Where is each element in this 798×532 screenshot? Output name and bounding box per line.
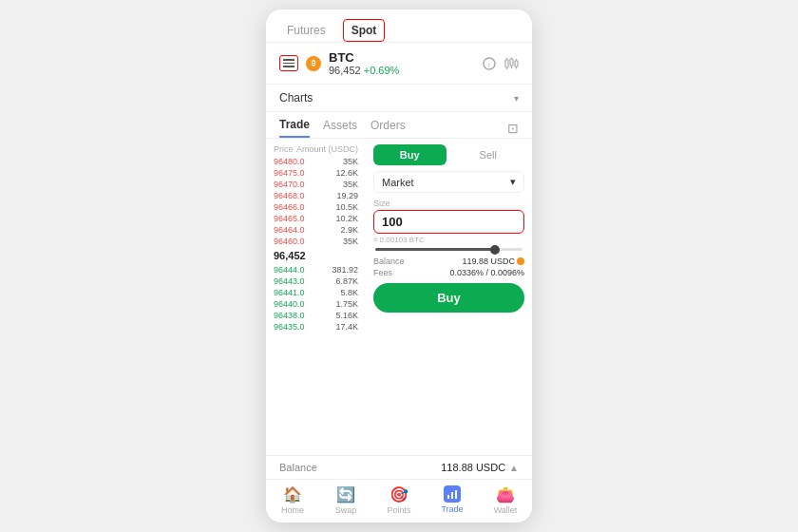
- svg-text:i: i: [488, 60, 490, 68]
- svg-rect-2: [505, 60, 508, 67]
- coin-row: ₿ BTC 96,452 +0.69% i: [266, 43, 532, 85]
- svg-rect-11: [447, 495, 449, 499]
- slider-fill: [375, 248, 493, 251]
- svg-rect-5: [510, 59, 513, 66]
- size-input[interactable]: [382, 215, 532, 229]
- coin-symbol: BTC: [329, 50, 354, 65]
- order-book: Price Amount (USDC) 96480.0 35K 96475.0 …: [266, 139, 366, 455]
- ob-buy-row: 96435.0 17.4K: [266, 321, 366, 332]
- usdc-icon: [517, 257, 524, 265]
- fees-value: 0.0336% / 0.0096%: [449, 268, 524, 277]
- tab-orders[interactable]: Orders: [370, 119, 406, 137]
- market-type-label: Market: [382, 177, 414, 188]
- nav-trade[interactable]: Trade: [426, 485, 479, 515]
- market-type-dropdown[interactable]: Market ▾: [373, 171, 524, 193]
- ob-sell-row: 96466.0 10.5K: [266, 201, 366, 213]
- balance-bar-label: Balance: [279, 462, 317, 473]
- nav-home[interactable]: 🏠 Home: [266, 485, 319, 515]
- price-col-header: Price: [274, 144, 294, 154]
- size-label: Size: [373, 199, 524, 208]
- ob-sell-row: 96464.0 2.9K: [266, 224, 366, 236]
- home-icon: 🏠: [283, 485, 302, 504]
- ob-header: Price Amount (USDC): [266, 142, 366, 156]
- slider-row[interactable]: [373, 248, 524, 251]
- trade-icon: [444, 485, 461, 503]
- balance-bar-value[interactable]: 118.88 USDC ▲: [441, 462, 519, 473]
- slider-track: [375, 248, 522, 251]
- svg-rect-13: [455, 490, 457, 499]
- ob-buy-row: 96443.0 6.87K: [266, 276, 366, 287]
- svg-rect-12: [451, 492, 453, 499]
- amount-col-header: Amount (USDC): [296, 144, 358, 154]
- ob-mid-price: 96,452: [274, 250, 306, 261]
- ob-buy-row: 96440.0 1.75K: [266, 298, 366, 310]
- btc-icon: ₿: [306, 56, 321, 71]
- sell-toggle-button[interactable]: Sell: [452, 144, 525, 165]
- balance-label: Balance: [373, 256, 405, 266]
- ob-mid-price-row: 96,452: [266, 247, 366, 264]
- ob-buy-row: 96441.0 5.8K: [266, 287, 366, 298]
- menu-icon[interactable]: [279, 55, 298, 71]
- ob-sell-row: 96475.0 12.6K: [266, 167, 366, 179]
- fees-label: Fees: [373, 268, 392, 277]
- nav-points-label: Points: [387, 505, 410, 515]
- nav-trade-label: Trade: [441, 504, 463, 514]
- ob-sell-row: 96468.0 19.29: [266, 190, 366, 201]
- tab-trade[interactable]: Trade: [279, 118, 310, 138]
- phone-frame: Futures Spot ₿ BTC 96,452 +0.69% i: [266, 10, 532, 522]
- coin-info: BTC 96,452 +0.69%: [329, 50, 475, 76]
- buy-toggle-button[interactable]: Buy: [373, 144, 446, 165]
- coin-price: 96,452: [329, 65, 361, 76]
- ob-sell-row: 96465.0 10.2K: [266, 213, 366, 224]
- tab-futures[interactable]: Futures: [279, 20, 333, 41]
- tab-assets[interactable]: Assets: [323, 119, 357, 137]
- charts-row[interactable]: Charts ▾: [266, 85, 532, 112]
- wallet-icon: 👛: [496, 485, 515, 504]
- coin-change: +0.69%: [364, 65, 400, 76]
- buy-submit-button[interactable]: Buy: [373, 283, 524, 313]
- balance-row: Balance 119.88 USDC: [373, 256, 524, 266]
- nav-wallet-label: Wallet: [494, 505, 518, 515]
- chevron-up-icon: ▲: [509, 463, 519, 473]
- dropdown-arrow-icon: ▾: [510, 176, 516, 188]
- points-icon: 🎯: [390, 485, 408, 504]
- nav-wallet[interactable]: 👛 Wallet: [479, 485, 532, 515]
- fees-row: Fees 0.0336% / 0.0096%: [373, 268, 524, 277]
- tab-spot[interactable]: Spot: [343, 19, 386, 42]
- balance-value: 119.88 USDC: [462, 256, 524, 266]
- bottom-nav: 🏠 Home 🔄 Swap 🎯 Points Trade 👛 Wallet: [266, 479, 532, 522]
- charts-label: Charts: [279, 91, 313, 104]
- slider-thumb[interactable]: [490, 245, 500, 255]
- bottom-balance-bar: Balance 118.88 USDC ▲: [266, 455, 532, 479]
- btc-equiv: ≈ 0.00103 BTC: [373, 236, 524, 244]
- candle-icon[interactable]: [504, 57, 519, 70]
- nav-swap[interactable]: 🔄 Swap: [319, 485, 372, 515]
- ob-sell-row: 96460.0 35K: [266, 236, 366, 247]
- sub-tabs: Trade Assets Orders ⊡: [266, 112, 532, 139]
- nav-home-label: Home: [281, 505, 304, 515]
- chart-settings-icon[interactable]: ⊡: [507, 121, 519, 136]
- chevron-down-icon: ▾: [514, 93, 519, 104]
- info-icon[interactable]: i: [483, 57, 496, 70]
- size-input-row: USDC ▾: [373, 210, 524, 234]
- ob-buy-row: 96444.0 381.92: [266, 264, 366, 276]
- nav-swap-label: Swap: [335, 505, 357, 515]
- buy-sell-toggle: Buy Sell: [373, 144, 524, 165]
- svg-rect-8: [515, 61, 518, 66]
- header-tabs: Futures Spot: [266, 10, 532, 43]
- ob-sell-row: 96480.0 35K: [266, 156, 366, 167]
- ob-sell-row: 96470.0 35K: [266, 179, 366, 190]
- main-body: Price Amount (USDC) 96480.0 35K 96475.0 …: [266, 139, 532, 455]
- coin-actions: i: [483, 57, 519, 70]
- nav-points[interactable]: 🎯 Points: [372, 485, 426, 515]
- trade-panel: Buy Sell Market ▾ Size USDC ▾ ≈ 0.00103 …: [366, 139, 532, 455]
- swap-icon: 🔄: [336, 485, 355, 504]
- ob-buy-row: 96438.0 5.16K: [266, 310, 366, 321]
